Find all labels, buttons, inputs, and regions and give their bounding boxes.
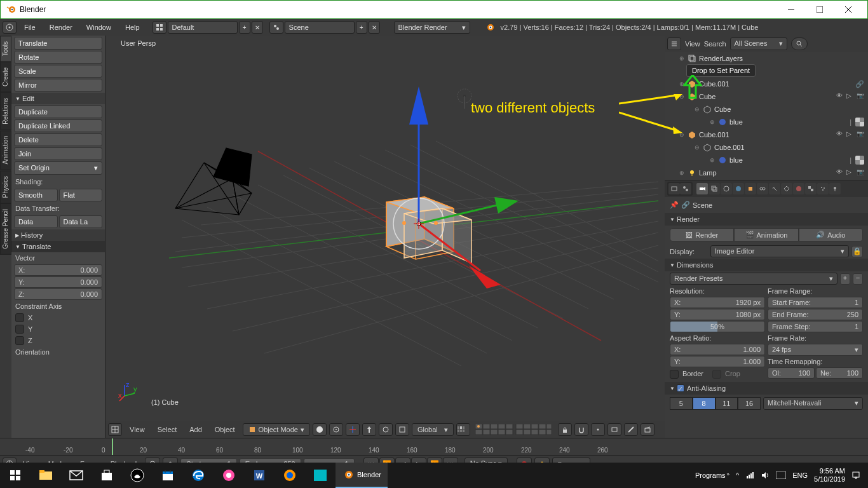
task-mail-icon[interactable] xyxy=(61,463,92,488)
timeline-ruler[interactable]: -40-200204060801001201401601802002202402… xyxy=(0,438,868,456)
minimize-button[interactable] xyxy=(776,1,805,18)
mirror-button[interactable]: Mirror xyxy=(14,79,102,92)
remove-preset-button[interactable]: − xyxy=(853,273,863,285)
render-button[interactable]: 🖼Render xyxy=(670,228,734,241)
screen-layout-dropdown[interactable]: Default xyxy=(168,21,238,34)
viewport-menu-object[interactable]: Object xyxy=(210,424,240,435)
vector-y-field[interactable]: Y:0.000 xyxy=(14,276,102,288)
editor-type-icon[interactable] xyxy=(3,21,17,34)
tab-material-icon[interactable] xyxy=(793,183,804,194)
outliner-tree[interactable]: Drop to Set Parent ⊕RenderLayersWorld⊕Cu… xyxy=(665,52,868,180)
mode-dropdown[interactable]: Object Mode▾ xyxy=(243,423,310,436)
visibility-icon[interactable]: 👁 xyxy=(836,168,845,177)
tab-physics[interactable]: Physics xyxy=(0,170,11,203)
res-pct-field[interactable]: 50% xyxy=(670,321,765,332)
orientation-dropdown[interactable]: Global▾ xyxy=(412,423,454,436)
add-layout-button[interactable]: + xyxy=(239,21,250,34)
tray-lang[interactable]: ENG xyxy=(792,471,808,479)
layer-buttons[interactable] xyxy=(475,424,552,435)
old-field[interactable]: Ol:100 xyxy=(768,367,815,379)
tab-particles-icon[interactable] xyxy=(817,183,829,194)
outliner-row[interactable]: ⊖Cube xyxy=(665,103,868,116)
border-check[interactable] xyxy=(670,370,679,379)
lock-camera-icon[interactable] xyxy=(558,423,572,436)
animation-button[interactable]: 🎬Animation xyxy=(734,228,798,241)
task-krita-icon[interactable] xyxy=(214,463,244,488)
tray-keyboard-icon[interactable] xyxy=(776,471,786,479)
tray-expand-icon[interactable]: ^ xyxy=(736,471,739,479)
dimensions-section-header[interactable]: Dimensions xyxy=(665,259,868,271)
tab-tools[interactable]: Tools xyxy=(0,36,11,62)
constraint-y-check[interactable]: Y xyxy=(11,323,105,335)
screen-browse-icon[interactable] xyxy=(153,21,166,34)
task-store-icon[interactable] xyxy=(92,463,122,488)
tray-notifications-icon[interactable] xyxy=(851,471,860,480)
outliner-row[interactable]: ⊖Cube.001👁▷📷 xyxy=(665,128,868,141)
data-la-button[interactable]: Data La xyxy=(59,215,103,228)
manipulator-rotate-icon[interactable] xyxy=(379,423,393,436)
delete-layout-button[interactable]: ✕ xyxy=(252,21,263,34)
tab-scene-icon[interactable] xyxy=(680,183,691,194)
aa-filter-dropdown[interactable]: Mitchell-Netravali▾ xyxy=(763,397,863,410)
renderable-icon[interactable]: 📷 xyxy=(857,130,865,139)
start-button[interactable] xyxy=(0,463,31,488)
outliner-menu-search[interactable]: Search xyxy=(704,40,726,48)
outliner-row[interactable]: ⊕RenderLayers xyxy=(665,52,868,65)
outliner-editor-type-icon[interactable] xyxy=(667,37,681,50)
vector-z-field[interactable]: Z:0.000 xyxy=(14,288,102,300)
viewport-menu-select[interactable]: Select xyxy=(153,424,182,435)
task-word-icon[interactable]: W xyxy=(244,463,275,488)
rotate-button[interactable]: Rotate xyxy=(14,51,102,64)
translate-panel-header[interactable]: Translate xyxy=(11,241,105,252)
aspect-x-field[interactable]: X:1.000 xyxy=(670,344,765,355)
menu-help[interactable]: Help xyxy=(119,21,146,34)
framerate-dropdown[interactable]: 24 fps▾ xyxy=(768,344,863,356)
join-button[interactable]: Join xyxy=(14,147,102,160)
tab-render-icon[interactable] xyxy=(668,183,680,194)
visibility-icon[interactable]: 👁 xyxy=(836,130,845,139)
samples-11[interactable]: 11 xyxy=(715,397,738,410)
clapperboard-icon[interactable] xyxy=(641,423,654,436)
menu-file[interactable]: File xyxy=(18,21,42,34)
selectable-icon[interactable]: ▷ xyxy=(846,92,855,101)
crop-check[interactable] xyxy=(712,370,721,379)
samples-5[interactable]: 5 xyxy=(670,397,693,410)
breadcrumb-scene[interactable]: Scene xyxy=(693,201,712,209)
task-explorer-icon[interactable] xyxy=(31,463,61,488)
task-edge-icon[interactable] xyxy=(183,463,214,488)
delete-button[interactable]: Delete xyxy=(14,133,102,146)
tab-texture-icon[interactable] xyxy=(805,183,817,194)
aa-check[interactable]: ✓ xyxy=(677,384,684,392)
data-button[interactable]: Data xyxy=(14,215,58,228)
manipulator-scale-icon[interactable] xyxy=(395,423,409,436)
tab-physics-icon[interactable] xyxy=(829,183,841,194)
outliner-row[interactable]: ⊖Cube.001 xyxy=(665,141,868,154)
task-firefox-icon[interactable] xyxy=(275,463,305,488)
menu-window[interactable]: Window xyxy=(80,21,118,34)
scene-browse-icon[interactable] xyxy=(269,21,283,34)
set-origin-dropdown[interactable]: Set Origin▾ xyxy=(14,161,102,175)
tray-network-icon[interactable] xyxy=(745,471,754,480)
task-app-icon[interactable] xyxy=(305,463,336,488)
shading-solid-icon[interactable] xyxy=(313,423,327,436)
outliner-row[interactable]: ⊕blue| xyxy=(665,154,868,166)
outliner-menu-view[interactable]: View xyxy=(685,40,700,48)
tab-grease-pencil[interactable]: Grease Pencil xyxy=(0,203,11,255)
new-field[interactable]: Ne:100 xyxy=(816,367,863,379)
tray-volume-icon[interactable] xyxy=(761,471,770,480)
render-preview-icon[interactable] xyxy=(607,423,621,436)
viewport-menu-add[interactable]: Add xyxy=(184,424,207,435)
vector-x-field[interactable]: X:0.000 xyxy=(14,264,102,276)
res-x-field[interactable]: X:1920 px xyxy=(670,297,765,308)
tab-camera-icon[interactable] xyxy=(696,183,708,194)
audio-button[interactable]: 🔊Audio xyxy=(799,228,863,241)
manipulator-toggle-icon[interactable] xyxy=(346,423,360,436)
selectable-icon[interactable]: ▷ xyxy=(846,130,855,139)
task-blender[interactable]: Blender xyxy=(336,463,388,488)
outliner-row[interactable]: ⊕Lamp👁▷📷 xyxy=(665,166,868,179)
pin-icon[interactable]: 📌 xyxy=(670,201,679,209)
snap-type-icon[interactable] xyxy=(591,423,605,436)
frame-step-field[interactable]: Frame Step:1 xyxy=(768,321,863,332)
tab-scene-props-icon[interactable] xyxy=(721,183,732,194)
outliner-filter-dropdown[interactable]: All Scenes▾ xyxy=(730,37,787,50)
